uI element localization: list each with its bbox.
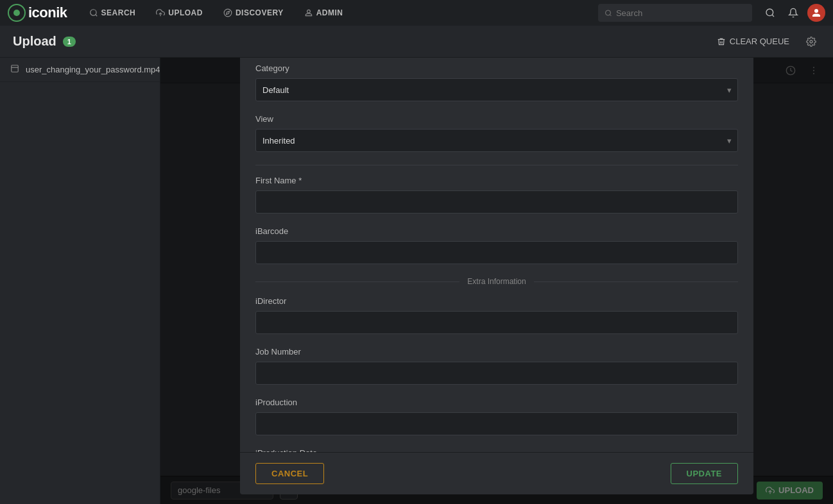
search-nav-icon-btn[interactable] xyxy=(761,4,779,22)
divider-line-right xyxy=(534,281,738,282)
search-bar[interactable] xyxy=(598,4,752,22)
settings-icon-btn[interactable] xyxy=(802,33,820,51)
search-bar-icon xyxy=(605,9,612,17)
modal-body: Category Default View Inherited xyxy=(240,58,753,452)
divider-line-left xyxy=(255,281,459,282)
first-name-input[interactable] xyxy=(255,190,738,214)
nav-discovery[interactable]: DISCOVERY xyxy=(214,0,293,26)
page-title-group: Upload 1 xyxy=(13,34,76,49)
svg-marker-6 xyxy=(226,12,229,15)
sidebar-filename: user_changing_your_password.mp4 xyxy=(26,65,160,74)
cancel-button[interactable]: CANCEL xyxy=(255,463,324,484)
ibarcode-input[interactable] xyxy=(255,241,738,264)
iproduction-input[interactable] xyxy=(255,412,738,435)
svg-point-12 xyxy=(814,9,818,13)
job-number-group: Job Number xyxy=(255,347,738,385)
view-label: View xyxy=(255,114,738,124)
ibarcode-label: iBarcode xyxy=(255,226,738,236)
clear-queue-label: CLEAR QUEUE xyxy=(730,37,789,46)
job-number-input[interactable] xyxy=(255,362,738,385)
nav-search[interactable]: SEARCH xyxy=(80,0,145,26)
modal-footer: CANCEL UPDATE xyxy=(240,452,753,494)
svg-point-10 xyxy=(766,9,773,16)
top-nav: iconik SEARCH UPLOAD DISCOVERY ADMIN xyxy=(0,0,833,26)
modal: user_changing_your_password.mp4 × Catego… xyxy=(240,58,753,494)
svg-rect-14 xyxy=(12,65,19,72)
secondary-actions: CLEAR QUEUE xyxy=(712,33,820,51)
nav-upload[interactable]: UPLOAD xyxy=(147,0,212,26)
sidebar-file-item[interactable]: user_changing_your_password.mp4 xyxy=(0,58,160,82)
logo-icon xyxy=(8,4,26,22)
upload-badge: 1 xyxy=(63,37,76,47)
view-group: View Inherited xyxy=(255,114,738,152)
category-select[interactable]: Default xyxy=(255,78,738,101)
bell-icon-btn[interactable] xyxy=(784,4,802,22)
search-input[interactable] xyxy=(616,8,746,18)
logo[interactable]: iconik xyxy=(8,4,67,22)
category-select-wrapper: Default xyxy=(255,78,738,101)
content-area: user_changing_your_password.mp4 × Catego… xyxy=(160,58,833,504)
extra-info-divider: Extra Information xyxy=(255,277,738,286)
main-content: user_changing_your_password.mp4 user_cha… xyxy=(0,58,833,504)
view-select[interactable]: Inherited xyxy=(255,129,738,152)
clear-queue-button[interactable]: CLEAR QUEUE xyxy=(712,34,794,49)
first-name-group: First Name * xyxy=(255,176,738,214)
logo-text: iconik xyxy=(28,4,67,21)
upload-icon xyxy=(156,8,165,17)
svg-point-7 xyxy=(307,10,310,13)
admin-icon xyxy=(304,8,313,17)
update-button[interactable]: UPDATE xyxy=(671,463,738,484)
svg-point-8 xyxy=(605,10,610,15)
svg-point-1 xyxy=(13,10,20,16)
idirector-label: iDirector xyxy=(255,296,738,306)
svg-line-3 xyxy=(95,15,97,17)
idirector-group: iDirector xyxy=(255,296,738,334)
nav-icons xyxy=(761,4,825,22)
category-group: Category Default xyxy=(255,63,738,101)
discovery-icon xyxy=(223,8,232,17)
page-title: Upload xyxy=(13,34,56,49)
idirector-input[interactable] xyxy=(255,311,738,334)
first-name-label: First Name * xyxy=(255,176,738,185)
svg-line-9 xyxy=(610,14,611,15)
sidebar: user_changing_your_password.mp4 xyxy=(0,58,160,504)
nav-admin[interactable]: ADMIN xyxy=(295,0,352,26)
iproduction-label: iProduction xyxy=(255,398,738,407)
extra-info-label: Extra Information xyxy=(467,277,526,286)
category-label: Category xyxy=(255,63,738,73)
avatar[interactable] xyxy=(807,4,825,22)
file-icon xyxy=(10,64,19,75)
ibarcode-group: iBarcode xyxy=(255,226,738,264)
search-icon xyxy=(89,8,98,17)
svg-point-2 xyxy=(90,10,96,15)
job-number-label: Job Number xyxy=(255,347,738,357)
divider-1 xyxy=(255,165,738,165)
svg-line-11 xyxy=(772,15,774,17)
clear-queue-icon xyxy=(717,37,726,46)
svg-point-5 xyxy=(224,9,232,17)
svg-point-13 xyxy=(810,40,812,43)
iproduction-group: iProduction xyxy=(255,398,738,435)
view-select-wrapper: Inherited xyxy=(255,129,738,152)
secondary-bar: Upload 1 CLEAR QUEUE xyxy=(0,26,833,58)
